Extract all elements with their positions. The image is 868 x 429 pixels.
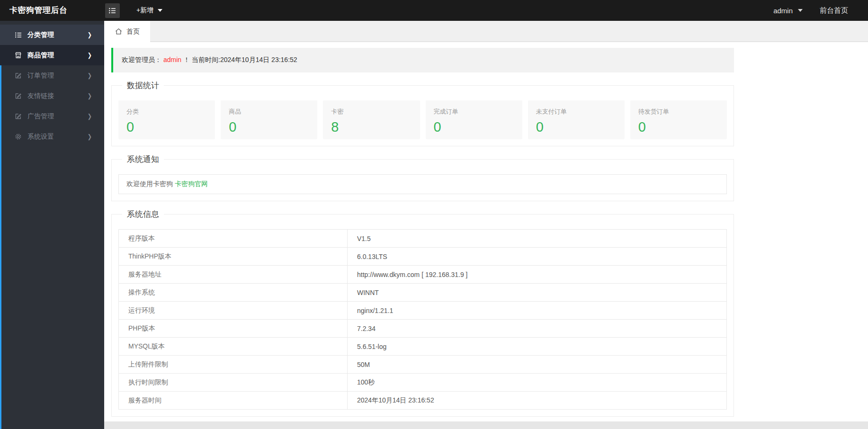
chevron-right-icon: ❯ xyxy=(88,72,92,80)
stat-card-completed-orders: 完成订单 0 xyxy=(426,100,522,139)
table-row: 运行环境 nginx/1.21.1 xyxy=(119,302,727,320)
sidebar-item-label: 分类管理 xyxy=(27,31,54,39)
table-row: 服务器时间 2024年10月14日 23:16:52 xyxy=(119,392,727,410)
sidebar-item-links[interactable]: 友情链接 ❯ xyxy=(0,86,104,106)
edit-icon xyxy=(15,72,22,79)
official-site-link[interactable]: 卡密狗官网 xyxy=(175,180,208,188)
row-label: 程序版本 xyxy=(119,230,348,248)
stat-card-category: 分类 0 xyxy=(118,100,215,139)
sidebar-item-label: 友情链接 xyxy=(27,92,54,100)
stat-card-product: 商品 0 xyxy=(221,100,317,139)
tab-home[interactable]: 首页 xyxy=(104,21,150,42)
sidebar-item-label: 广告管理 xyxy=(27,112,54,121)
row-label: 操作系统 xyxy=(119,284,348,302)
frontend-home-link[interactable]: 前台首页 xyxy=(820,6,848,15)
row-value: 50M xyxy=(348,356,727,374)
row-value: 7.2.34 xyxy=(348,320,727,338)
edit-icon xyxy=(15,113,22,120)
add-new-button[interactable]: +新增 xyxy=(136,0,162,21)
stat-label: 完成订单 xyxy=(434,107,514,116)
sysinfo-section: 系统信息 程序版本 V1.5 ThinkPHP版本 6.0.13LTS 服务器地… xyxy=(111,209,734,417)
stat-label: 分类 xyxy=(126,107,207,116)
notice-legend: 系统通知 xyxy=(122,154,164,165)
stat-label: 卡密 xyxy=(331,107,412,116)
row-value: 5.6.51-log xyxy=(348,338,727,356)
stat-card-cardkey: 卡密 8 xyxy=(323,100,420,139)
chevron-right-icon: ❯ xyxy=(88,133,92,141)
row-label: 运行环境 xyxy=(119,302,348,320)
add-new-label: +新增 xyxy=(136,6,153,15)
row-label: 上传附件限制 xyxy=(119,356,348,374)
row-value: WINNT xyxy=(348,284,727,302)
welcome-prefix: 欢迎管理员： xyxy=(122,56,161,63)
app-title: 卡密狗管理后台 xyxy=(9,0,68,21)
sidebar-item-order[interactable]: 订单管理 ❯ xyxy=(0,65,104,86)
stat-value: 0 xyxy=(126,119,207,135)
chevron-right-icon: ❯ xyxy=(88,31,92,39)
caret-down-icon xyxy=(798,9,803,12)
top-header: 卡密狗管理后台 +新增 admin 前台首页 xyxy=(0,0,868,21)
stat-value: 0 xyxy=(638,119,719,135)
row-label: ThinkPHP版本 xyxy=(119,248,348,266)
table-row: 上传附件限制 50M xyxy=(119,356,727,374)
shop-icon xyxy=(15,52,22,59)
stat-card-pending-shipment: 待发货订单 0 xyxy=(630,100,727,139)
row-label: 执行时间限制 xyxy=(119,374,348,392)
sidebar-item-label: 系统设置 xyxy=(27,133,54,141)
row-value: 100秒 xyxy=(348,374,727,392)
home-icon xyxy=(115,27,123,36)
sidebar-item-product[interactable]: 商品管理 ❯ xyxy=(0,45,104,65)
header-right: admin 前台首页 xyxy=(773,0,848,21)
user-menu[interactable]: admin xyxy=(773,7,803,15)
row-value: 6.0.13LTS xyxy=(348,248,727,266)
table-row: 执行时间限制 100秒 xyxy=(119,374,727,392)
sidebar-item-label: 商品管理 xyxy=(27,51,54,60)
welcome-admin-name: admin xyxy=(163,56,181,63)
menu-toggle-button[interactable] xyxy=(105,3,120,18)
stats-legend: 数据统计 xyxy=(122,80,164,91)
edit-icon xyxy=(15,92,22,99)
table-row: ThinkPHP版本 6.0.13LTS xyxy=(119,248,727,266)
stat-label: 商品 xyxy=(229,107,309,116)
row-label: 服务器时间 xyxy=(119,392,348,410)
stat-label: 未支付订单 xyxy=(536,107,617,116)
row-label: MYSQL版本 xyxy=(119,338,348,356)
chevron-right-icon: ❯ xyxy=(88,92,92,100)
table-row: PHP版本 7.2.34 xyxy=(119,320,727,338)
sysinfo-table: 程序版本 V1.5 ThinkPHP版本 6.0.13LTS 服务器地址 htt… xyxy=(118,229,727,410)
table-row: MYSQL版本 5.6.51-log xyxy=(119,338,727,356)
row-label: PHP版本 xyxy=(119,320,348,338)
welcome-suffix: ！ 当前时间:2024年10月14日 23:16:52 xyxy=(183,56,297,63)
gear-icon xyxy=(15,133,22,140)
sysinfo-legend: 系统信息 xyxy=(122,209,164,220)
table-row: 程序版本 V1.5 xyxy=(119,230,727,248)
row-value: 2024年10月14日 23:16:52 xyxy=(348,392,727,410)
stat-card-unpaid-orders: 未支付订单 0 xyxy=(528,100,625,139)
stat-cards-row: 分类 0 商品 0 卡密 8 完成订单 0 未支付订单 0 待发货订单 0 xyxy=(118,100,727,139)
stat-value: 8 xyxy=(331,119,412,135)
list-icon xyxy=(108,7,116,15)
sidebar-item-label: 订单管理 xyxy=(27,72,54,80)
tab-label: 首页 xyxy=(126,27,140,36)
row-value: V1.5 xyxy=(348,230,727,248)
notice-text: 欢迎使用卡密狗 xyxy=(126,180,175,188)
sidebar-item-category[interactable]: 分类管理 ❯ xyxy=(0,25,104,45)
table-row: 操作系统 WINNT xyxy=(119,284,727,302)
sidebar-item-ads[interactable]: 广告管理 ❯ xyxy=(0,106,104,126)
username: admin xyxy=(773,7,793,15)
notice-box: 欢迎使用卡密狗 卡密狗官网 xyxy=(118,174,727,194)
welcome-alert: 欢迎管理员：admin！ 当前时间:2024年10月14日 23:16:52 xyxy=(111,48,734,72)
stats-section: 数据统计 分类 0 商品 0 卡密 8 完成订单 0 未支付订单 0 xyxy=(111,80,734,146)
row-label: 服务器地址 xyxy=(119,266,348,284)
row-value: nginx/1.21.1 xyxy=(348,302,727,320)
list-icon xyxy=(15,31,22,39)
stat-value: 0 xyxy=(229,119,309,135)
tab-bar: 首页 xyxy=(104,21,868,42)
chevron-right-icon: ❯ xyxy=(88,113,92,120)
sidebar: 分类管理 ❯ 商品管理 ❯ 订单管理 ❯ 友情链接 ❯ xyxy=(0,21,104,429)
stat-value: 0 xyxy=(536,119,617,135)
chevron-right-icon: ❯ xyxy=(88,52,92,59)
stat-label: 待发货订单 xyxy=(638,107,719,116)
caret-down-icon xyxy=(158,9,162,12)
sidebar-item-settings[interactable]: 系统设置 ❯ xyxy=(0,126,104,147)
